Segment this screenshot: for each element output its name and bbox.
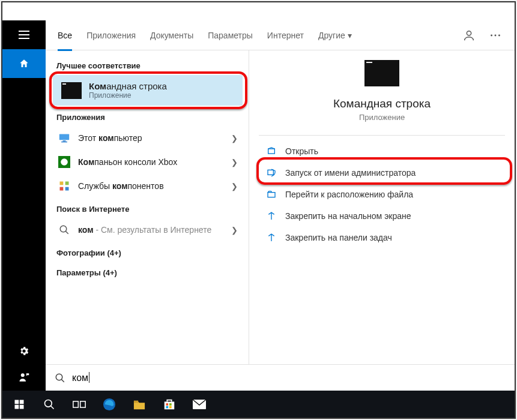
pin-start-icon — [266, 211, 277, 221]
chevron-down-icon: ▾ — [348, 31, 352, 40]
divider — [259, 135, 505, 136]
search-input[interactable]: ком — [72, 372, 89, 383]
web-result[interactable]: ком - См. результаты в Интернете ❯ — [54, 218, 241, 241]
component-icon — [58, 179, 71, 193]
svg-rect-36 — [169, 403, 172, 406]
results-column: Лучшее соответствие Командная строка При… — [46, 50, 249, 364]
svg-line-18 — [65, 231, 68, 234]
svg-rect-19 — [268, 149, 275, 154]
pc-icon — [58, 131, 71, 145]
taskbar-store[interactable] — [155, 391, 184, 418]
action-pin-taskbar[interactable]: Закрепить на панели задач — [259, 227, 505, 248]
svg-point-6 — [495, 34, 497, 36]
tab-more[interactable]: Другие▾ — [311, 20, 359, 50]
preview-title: Командная строка — [259, 97, 505, 110]
more-options-button[interactable] — [485, 25, 506, 46]
svg-point-3 — [21, 373, 25, 377]
tab-settings[interactable]: Параметры — [201, 20, 260, 50]
svg-rect-26 — [15, 404, 19, 409]
svg-rect-15 — [60, 187, 64, 191]
svg-rect-25 — [20, 400, 24, 404]
action-open-location[interactable]: Перейти к расположению файла — [259, 184, 505, 205]
action-open[interactable]: Открыть — [259, 140, 505, 162]
svg-rect-37 — [166, 406, 169, 408]
section-params: Параметры (4+) — [54, 262, 241, 281]
taskbar-edge[interactable] — [95, 391, 124, 418]
svg-rect-24 — [15, 400, 19, 404]
chevron-right-icon: ❯ — [231, 226, 238, 235]
best-match-subtitle: Приложение — [89, 91, 167, 100]
section-photos: Фотографии (4+) — [54, 242, 241, 261]
tab-documents[interactable]: Документы — [143, 20, 201, 50]
start-button[interactable] — [5, 391, 34, 418]
feedback-button[interactable] — [2, 364, 46, 391]
svg-rect-20 — [268, 170, 273, 175]
taskbar — [2, 391, 515, 418]
chevron-right-icon: ❯ — [231, 182, 238, 191]
hamburger-menu-button[interactable] — [2, 20, 46, 49]
taskbar-explorer[interactable] — [125, 391, 154, 418]
taskbar-mail[interactable] — [185, 391, 214, 418]
svg-point-22 — [56, 374, 62, 380]
open-icon — [266, 146, 277, 157]
section-apps: Приложения — [54, 107, 241, 125]
svg-rect-30 — [73, 401, 78, 407]
search-icon — [54, 372, 66, 384]
svg-point-4 — [467, 31, 471, 35]
svg-line-29 — [51, 406, 54, 409]
best-match-title: Командная строка — [89, 81, 167, 91]
section-web: Поиск в Интернете — [54, 199, 241, 217]
svg-rect-27 — [20, 404, 24, 409]
preview-cmd-icon — [364, 60, 399, 86]
svg-rect-8 — [59, 134, 69, 140]
pin-taskbar-icon — [266, 232, 277, 243]
action-pin-start[interactable]: Закрепить на начальном экране — [259, 205, 505, 227]
left-sidebar — [2, 20, 46, 391]
app-result-component-services[interactable]: Службы компонентов ❯ — [54, 175, 241, 197]
svg-rect-33 — [134, 400, 138, 403]
svg-rect-38 — [169, 406, 172, 408]
app-result-xbox[interactable]: Компаньон консоли Xbox ❯ — [54, 151, 241, 173]
tab-internet[interactable]: Интернет — [260, 20, 311, 50]
preview-pane: Командная строка Приложение Открыть Запу… — [249, 50, 515, 364]
tab-all[interactable]: Все — [50, 20, 79, 50]
settings-gear-button[interactable] — [2, 338, 46, 364]
action-run-as-admin[interactable]: Запуск от имени администратора — [259, 162, 505, 184]
preview-subtitle: Приложение — [259, 113, 505, 122]
svg-point-28 — [45, 400, 52, 407]
search-panel: Все Приложения Документы Параметры Интер… — [46, 20, 515, 391]
svg-rect-31 — [80, 401, 85, 407]
task-view-button[interactable] — [65, 391, 94, 418]
svg-point-5 — [491, 34, 492, 36]
svg-line-23 — [61, 379, 64, 382]
svg-rect-10 — [61, 142, 67, 143]
search-input-row[interactable]: ком — [46, 364, 515, 391]
svg-rect-9 — [63, 140, 66, 142]
admin-icon — [266, 167, 277, 178]
tab-apps[interactable]: Приложения — [79, 20, 143, 50]
cmd-icon — [61, 82, 82, 99]
app-result-this-pc[interactable]: Этот компьютер ❯ — [54, 127, 241, 149]
svg-point-12 — [61, 158, 68, 166]
scope-tabs: Все Приложения Документы Параметры Интер… — [46, 20, 515, 50]
home-button[interactable] — [2, 49, 46, 78]
svg-rect-21 — [268, 193, 275, 197]
chevron-right-icon: ❯ — [231, 158, 238, 167]
chevron-right-icon: ❯ — [231, 134, 238, 143]
svg-rect-13 — [60, 182, 64, 185]
account-button[interactable] — [458, 25, 480, 46]
section-best-match: Лучшее соответствие — [54, 55, 241, 74]
taskbar-search-button[interactable] — [35, 391, 64, 418]
xbox-icon — [58, 155, 71, 169]
folder-icon — [266, 189, 277, 200]
search-icon — [58, 223, 71, 236]
svg-point-17 — [60, 226, 67, 232]
svg-point-7 — [498, 34, 500, 36]
svg-rect-14 — [65, 182, 69, 185]
svg-rect-35 — [166, 403, 169, 406]
best-match-item[interactable]: Командная строка Приложение — [53, 75, 243, 106]
svg-rect-16 — [65, 187, 69, 191]
